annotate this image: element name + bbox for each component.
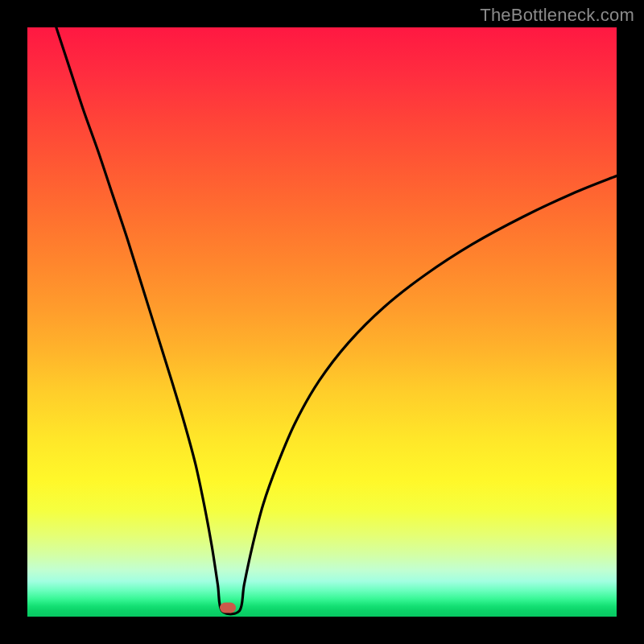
bottleneck-curve [27, 27, 617, 617]
watermark-text: TheBottleneck.com [480, 5, 634, 26]
optimal-point-marker [220, 603, 236, 613]
plot-area [27, 27, 617, 617]
chart-frame: TheBottleneck.com [0, 0, 644, 644]
